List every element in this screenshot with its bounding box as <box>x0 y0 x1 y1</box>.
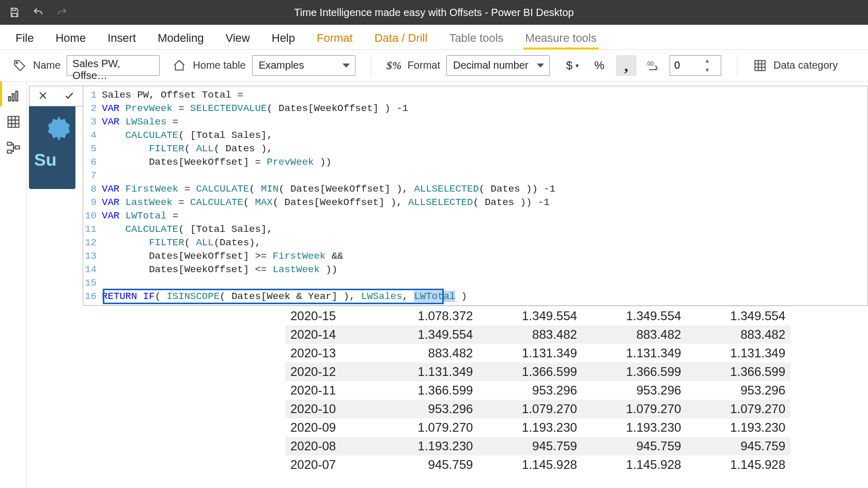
col3-cell: 1.366.599 <box>582 363 687 381</box>
svg-rect-9 <box>15 146 19 149</box>
col4-cell: 953.296 <box>686 381 791 400</box>
code-line[interactable]: 1Sales PW, Offset Total = <box>83 88 867 102</box>
code-line[interactable]: 12 FILTER( ALL(Dates), <box>83 236 867 249</box>
ribbon-tab-strip: File Home Insert Modeling View Help Form… <box>0 25 868 50</box>
week-cell: 2020-13 <box>285 344 374 363</box>
table-row[interactable]: 2020-111.366.599953.296953.296953.296 <box>285 381 791 400</box>
measure-name-input[interactable]: Sales PW, Offse… <box>67 55 160 76</box>
code-line[interactable]: 11 CALCULATE( [Total Sales], <box>83 223 867 236</box>
col3-cell: 1.131.349 <box>582 344 687 363</box>
tab-format[interactable]: Format <box>316 27 354 49</box>
thousands-separator-button[interactable]: , <box>616 55 637 76</box>
svg-rect-8 <box>7 150 11 153</box>
code-line[interactable]: 8VAR FirstWeek = CALCULATE( MIN( Dates[W… <box>83 182 867 196</box>
col2-cell: 945.759 <box>478 437 582 455</box>
home-icon <box>172 58 187 73</box>
data-view-icon[interactable] <box>6 115 21 129</box>
table-row[interactable]: 2020-141.349.554883.482883.482883.482 <box>285 325 791 344</box>
week-cell: 2020-11 <box>285 381 374 400</box>
report-view-icon[interactable] <box>6 89 21 103</box>
decimals-down[interactable]: ▼ <box>701 66 714 75</box>
week-cell: 2020-07 <box>285 455 374 474</box>
save-icon[interactable] <box>7 5 22 20</box>
col3-cell: 883.482 <box>582 325 687 344</box>
table-row[interactable]: 2020-10953.2961.079.2701.079.2701.079.27… <box>285 400 791 418</box>
decimals-input[interactable] <box>670 57 701 73</box>
week-cell: 2020-15 <box>285 307 374 325</box>
tab-insert[interactable]: Insert <box>106 27 137 49</box>
code-line[interactable]: 13 Dates[WeekOffset] >= FirstWeek && <box>83 249 867 263</box>
col3-cell: 1.349.554 <box>582 307 687 325</box>
code-line[interactable]: 7 <box>83 169 867 182</box>
tab-data-drill[interactable]: Data / Drill <box>374 27 429 49</box>
table-row[interactable]: 2020-121.131.3491.366.5991.366.5991.366.… <box>285 363 791 381</box>
tab-table-tools[interactable]: Table tools <box>448 27 504 49</box>
week-cell: 2020-14 <box>285 325 374 344</box>
col2-cell: 1.349.554 <box>478 307 582 325</box>
week-cell: 2020-08 <box>285 437 374 455</box>
col2-cell: 953.296 <box>478 381 582 400</box>
tab-measure-tools[interactable]: Measure tools <box>524 27 598 49</box>
svg-point-0 <box>16 61 18 63</box>
table-row[interactable]: 2020-07945.7591.145.9281.145.9281.145.92… <box>285 455 791 474</box>
redo-icon[interactable] <box>55 5 69 20</box>
col1-cell: 1.078.372 <box>374 307 478 325</box>
table-row[interactable]: 2020-151.078.3721.349.5541.349.5541.349.… <box>285 307 791 325</box>
format-select[interactable]: Decimal number <box>446 55 550 76</box>
code-line[interactable]: 5 FILTER( ALL( Dates ), <box>83 142 867 155</box>
format-label: Format <box>408 59 440 71</box>
code-line[interactable]: 15 <box>83 276 867 290</box>
table-row[interactable]: 2020-081.193.230945.759945.759945.759 <box>285 437 791 455</box>
col2-cell: 1.193.230 <box>478 418 582 437</box>
svg-rect-4 <box>12 93 14 101</box>
col2-cell: 1.145.928 <box>478 455 582 474</box>
left-view-rail <box>0 82 27 488</box>
home-table-select[interactable]: Examples <box>252 55 355 76</box>
col4-cell: 1.193.230 <box>686 418 791 437</box>
formula-bar-controls <box>29 86 83 106</box>
ribbon: Name Sales PW, Offse… Home table Example… <box>0 50 868 82</box>
formula-editor[interactable]: 1Sales PW, Offset Total =2VAR PrevWeek =… <box>83 86 868 306</box>
code-line[interactable]: 10VAR LWTotal = <box>83 209 867 223</box>
col1-cell: 953.296 <box>374 400 478 418</box>
table-row[interactable]: 2020-13883.4821.131.3491.131.3491.131.34… <box>285 344 791 363</box>
percent-button[interactable]: % <box>589 55 610 76</box>
decimals-up[interactable]: ▲ <box>701 56 714 66</box>
col4-cell: 1.349.554 <box>686 307 791 325</box>
commit-formula-button[interactable] <box>64 90 74 102</box>
model-view-icon[interactable] <box>6 140 21 155</box>
tab-help[interactable]: Help <box>271 27 296 49</box>
col3-cell: 1.145.928 <box>582 455 687 474</box>
decrease-decimals-button[interactable]: .00 <box>643 55 663 76</box>
code-line[interactable]: 9VAR LastWeek = CALCULATE( MAX( Dates[We… <box>83 196 867 209</box>
tag-icon <box>12 58 27 73</box>
tab-modeling[interactable]: Modeling <box>157 27 205 49</box>
code-line[interactable]: 3VAR LWSales = <box>83 115 867 129</box>
week-cell: 2020-10 <box>285 400 374 418</box>
tab-file[interactable]: File <box>14 27 35 49</box>
col3-cell: 1.193.230 <box>582 418 687 437</box>
week-cell: 2020-09 <box>285 418 374 437</box>
code-line[interactable]: 16RETURN IF( ISINSCOPE( Dates[Week & Yea… <box>83 290 867 303</box>
col4-cell: 1.079.270 <box>686 400 791 418</box>
result-table[interactable]: 1.078.372 1.078.372 1.078.372 2020-151.0… <box>285 288 791 488</box>
col1-cell: 1.349.554 <box>374 325 478 344</box>
col1-cell: 1.131.349 <box>374 363 478 381</box>
svg-rect-5 <box>16 91 17 101</box>
undo-icon[interactable] <box>31 5 45 20</box>
svg-rect-2 <box>755 60 765 71</box>
svg-rect-7 <box>7 143 11 146</box>
currency-button[interactable]: $ ▾ <box>562 55 583 76</box>
svg-text:.00: .00 <box>646 60 654 67</box>
col1-cell: 1.079.270 <box>374 418 478 437</box>
decimals-spinner[interactable]: ▲▼ <box>670 55 721 76</box>
tab-home[interactable]: Home <box>54 27 87 49</box>
code-line[interactable]: 6 Dates[WeekOffset] = PrevWeek )) <box>83 155 867 169</box>
code-line[interactable]: 2VAR PrevWeek = SELECTEDVALUE( Dates[Wee… <box>83 102 867 115</box>
cancel-formula-button[interactable] <box>38 90 48 102</box>
code-line[interactable]: 14 Dates[WeekOffset] <= LastWeek )) <box>83 263 867 276</box>
table-row[interactable]: 2020-091.079.2701.193.2301.193.2301.193.… <box>285 418 791 437</box>
col1-cell: 883.482 <box>374 344 478 363</box>
tab-view[interactable]: View <box>224 27 251 49</box>
code-line[interactable]: 4 CALCULATE( [Total Sales], <box>83 129 867 142</box>
